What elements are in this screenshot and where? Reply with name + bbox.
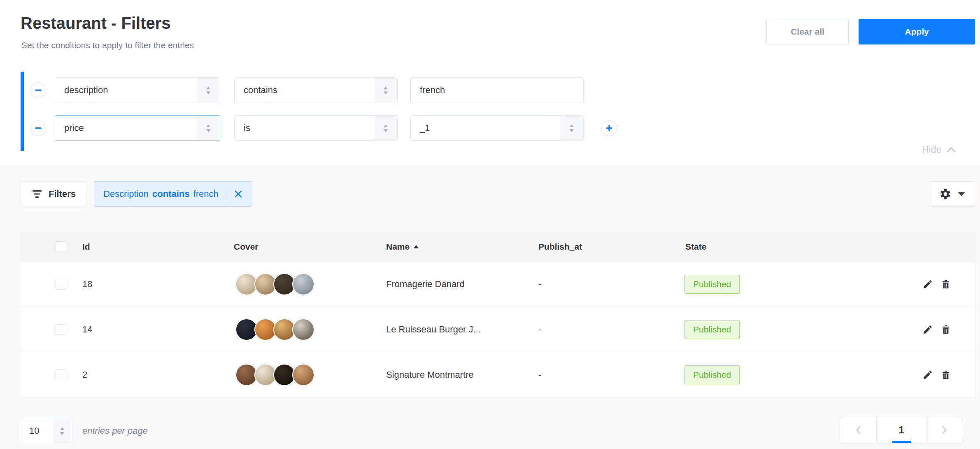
column-header-id[interactable]: Id bbox=[82, 242, 90, 252]
chevron-right-icon bbox=[941, 425, 948, 435]
active-filter-chip: Description contains french bbox=[94, 181, 252, 207]
column-header-publish-at[interactable]: Publish_at bbox=[538, 242, 582, 252]
gear-icon bbox=[939, 188, 952, 200]
pagination: 1 bbox=[840, 417, 963, 443]
remove-filter-chip-button[interactable] bbox=[234, 189, 243, 199]
cell-name: Signature Montmartre bbox=[386, 369, 474, 380]
filters-button[interactable]: Filters bbox=[21, 181, 87, 207]
chip-operator: contains bbox=[152, 189, 189, 199]
filter-field-value: description bbox=[64, 85, 108, 96]
filter-operator-value: contains bbox=[244, 85, 277, 96]
chevron-left-icon bbox=[855, 425, 861, 435]
row-checkbox[interactable] bbox=[56, 369, 66, 380]
filter-operator-select[interactable]: is bbox=[234, 115, 398, 141]
filter-value-input[interactable] bbox=[410, 77, 584, 103]
filters-accent-bar bbox=[21, 72, 24, 151]
filters-button-label: Filters bbox=[49, 189, 76, 199]
pencil-icon bbox=[922, 279, 933, 290]
pencil-icon bbox=[922, 324, 933, 335]
page-number-button[interactable]: 1 bbox=[876, 417, 926, 443]
filter-field-select[interactable]: price bbox=[55, 115, 220, 141]
cover-avatars bbox=[235, 364, 311, 386]
delete-button[interactable] bbox=[937, 320, 955, 339]
status-badge: Published bbox=[684, 320, 740, 339]
hide-label: Hide bbox=[922, 144, 941, 155]
caret-down-icon bbox=[958, 192, 965, 196]
chip-value: french bbox=[193, 189, 219, 199]
entries-per-page-value: 10 bbox=[29, 426, 39, 436]
edit-button[interactable] bbox=[919, 320, 937, 339]
x-icon bbox=[234, 189, 243, 199]
table-row[interactable]: 2 Signature Montmartre - Published bbox=[21, 352, 975, 397]
entries-per-page-label: entries per page bbox=[82, 426, 148, 436]
hide-filters-toggle[interactable]: Hide bbox=[922, 144, 956, 155]
up-down-arrows-icon bbox=[197, 78, 219, 102]
filter-value-select[interactable]: _1 bbox=[410, 115, 584, 141]
cell-publish-at: - bbox=[538, 324, 541, 335]
cell-publish-at: - bbox=[538, 369, 541, 380]
filter-field-value: price bbox=[64, 123, 84, 133]
column-header-name[interactable]: Name bbox=[386, 242, 419, 252]
delete-button[interactable] bbox=[937, 275, 955, 293]
table-header: Id Cover Name Publish_at State bbox=[21, 232, 975, 261]
apply-button[interactable]: Apply bbox=[859, 19, 975, 44]
trash-icon bbox=[940, 279, 951, 290]
edit-button[interactable] bbox=[919, 275, 937, 293]
previous-page-button[interactable] bbox=[840, 417, 876, 443]
table-settings-button[interactable] bbox=[929, 181, 975, 207]
cell-publish-at: - bbox=[538, 279, 541, 290]
column-header-cover[interactable]: Cover bbox=[234, 242, 258, 252]
chevron-up-icon bbox=[946, 147, 956, 153]
filter-value: _1 bbox=[420, 123, 430, 133]
cell-id: 14 bbox=[82, 324, 92, 335]
filter-operator-value: is bbox=[244, 123, 250, 133]
table-row[interactable]: 18 Fromagerie Danard - Published bbox=[21, 261, 975, 306]
edit-button[interactable] bbox=[919, 366, 937, 384]
cell-name: Le Ruisseau Burger J... bbox=[386, 324, 481, 335]
row-checkbox[interactable] bbox=[56, 279, 66, 290]
next-page-button[interactable] bbox=[926, 417, 963, 443]
row-checkbox[interactable] bbox=[56, 324, 66, 335]
status-badge: Published bbox=[684, 365, 740, 384]
up-down-arrows-icon bbox=[375, 116, 397, 140]
filter-lines-icon bbox=[32, 190, 42, 198]
up-down-arrows-icon bbox=[53, 419, 72, 443]
entries-per-page-select[interactable]: 10 bbox=[20, 418, 72, 444]
cover-avatars bbox=[235, 318, 311, 341]
minus-circle-icon bbox=[35, 124, 42, 132]
page-subtitle: Set the conditions to apply to filter th… bbox=[21, 40, 194, 50]
cover-avatars bbox=[235, 273, 311, 295]
trash-icon bbox=[940, 369, 951, 380]
trash-icon bbox=[940, 324, 951, 335]
plus-circle-icon bbox=[605, 124, 613, 132]
pencil-icon bbox=[922, 369, 933, 380]
page-title: Restaurant - Filters bbox=[21, 14, 171, 33]
up-down-arrows-icon bbox=[375, 78, 397, 102]
table-row[interactable]: 14 Le Ruisseau Burger J... - Published bbox=[21, 306, 975, 352]
entries-table: Id Cover Name Publish_at State 18 Fromag… bbox=[21, 232, 975, 397]
column-header-state[interactable]: State bbox=[685, 242, 706, 252]
up-down-arrows-icon bbox=[197, 116, 219, 140]
status-badge: Published bbox=[684, 275, 740, 294]
cell-id: 18 bbox=[82, 279, 92, 290]
add-condition-button[interactable] bbox=[601, 120, 617, 136]
delete-button[interactable] bbox=[937, 366, 955, 384]
remove-condition-button[interactable] bbox=[30, 82, 46, 98]
caret-up-icon bbox=[414, 245, 419, 248]
clear-all-button[interactable]: Clear all bbox=[766, 19, 849, 44]
filter-field-select[interactable]: description bbox=[55, 77, 220, 103]
remove-condition-button[interactable] bbox=[30, 120, 46, 136]
current-page-underline bbox=[892, 441, 911, 443]
chip-divider bbox=[226, 188, 226, 200]
up-down-arrows-icon bbox=[561, 116, 583, 140]
select-all-checkbox[interactable] bbox=[56, 241, 66, 252]
chip-field: Description bbox=[103, 189, 149, 199]
cell-name: Fromagerie Danard bbox=[386, 279, 465, 290]
cell-id: 2 bbox=[82, 369, 87, 380]
filter-operator-select[interactable]: contains bbox=[234, 77, 398, 103]
minus-circle-icon bbox=[35, 87, 42, 94]
current-page-number: 1 bbox=[899, 424, 904, 436]
